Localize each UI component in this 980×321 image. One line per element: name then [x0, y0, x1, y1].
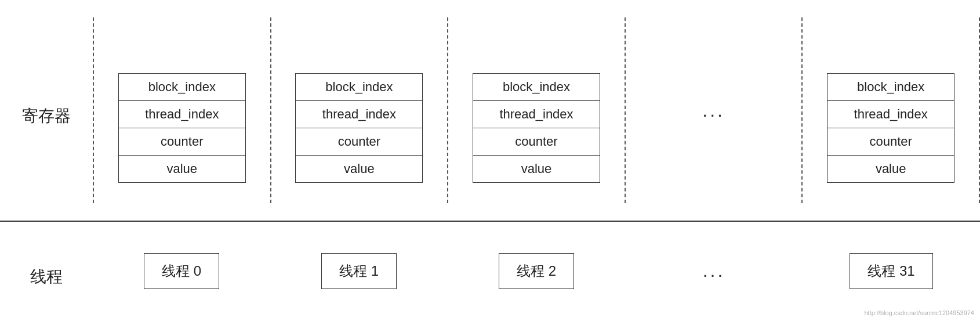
reg-row-thread-index-2: thread_index — [473, 101, 600, 128]
thread-block-31: 线程 31 — [850, 253, 932, 289]
reg-row-block-index-0: block_index — [119, 74, 245, 101]
reg-row-block-index-31: block_index — [827, 74, 954, 101]
block-spacer-31: block_index thread_index counter value — [803, 38, 979, 183]
register-label: 寄存器 — [0, 105, 93, 127]
reg-row-value-0: value — [119, 156, 245, 182]
block-spacer-1: block_index thread_index counter value — [271, 38, 448, 183]
bottom-threads-area: 线程 0 线程 1 线程 2 ... 线程 31 — [93, 221, 980, 321]
diagram: 寄存器 block_index thread_index counter val… — [0, 0, 980, 321]
reg-row-block-index-2: block_index — [473, 74, 600, 101]
top-section: 寄存器 block_index thread_index counter val… — [0, 0, 980, 221]
register-block-2: block_index thread_index counter value — [473, 73, 600, 183]
top-dots: ... — [702, 100, 725, 121]
reg-row-counter-2: counter — [473, 128, 600, 156]
reg-row-value-2: value — [473, 156, 600, 182]
thread-block-0: 线程 0 — [144, 253, 219, 289]
reg-row-thread-index-31: thread_index — [827, 101, 954, 128]
reg-row-counter-0: counter — [119, 128, 245, 156]
reg-row-block-index-1: block_index — [296, 74, 422, 101]
thread-label: 线程 — [0, 266, 93, 288]
bottom-thread-spacer-0: 线程 0 — [93, 253, 270, 289]
bottom-thread-spacer-1: 线程 1 — [270, 253, 448, 289]
bottom-thread-spacer-2: 线程 2 — [448, 253, 625, 289]
register-block-31: block_index thread_index counter value — [827, 73, 954, 183]
register-block-0: block_index thread_index counter value — [118, 73, 246, 183]
threads-area: block_index thread_index counter value b… — [93, 0, 980, 221]
dots-spacer-top: ... — [626, 100, 802, 121]
bottom-section: 线程 线程 0 线程 1 线程 2 ... 线程 31 — [0, 221, 980, 321]
watermark: http://blog.csdn.net/sunmc1204953974 — [864, 309, 974, 316]
reg-row-value-31: value — [827, 156, 954, 182]
reg-row-counter-1: counter — [296, 128, 422, 156]
reg-row-counter-31: counter — [827, 128, 954, 156]
dots-spacer-bottom: ... — [625, 260, 803, 282]
reg-row-thread-index-1: thread_index — [296, 101, 422, 128]
reg-row-value-1: value — [296, 156, 422, 182]
bottom-dots: ... — [703, 260, 725, 282]
block-spacer-0: block_index thread_index counter value — [94, 38, 270, 183]
block-spacer-2: block_index thread_index counter value — [448, 38, 625, 183]
reg-row-thread-index-0: thread_index — [119, 101, 245, 128]
bottom-thread-spacer-31: 线程 31 — [803, 253, 980, 289]
register-block-1: block_index thread_index counter value — [295, 73, 423, 183]
thread-block-2: 线程 2 — [499, 253, 574, 289]
thread-block-1: 线程 1 — [321, 253, 397, 289]
